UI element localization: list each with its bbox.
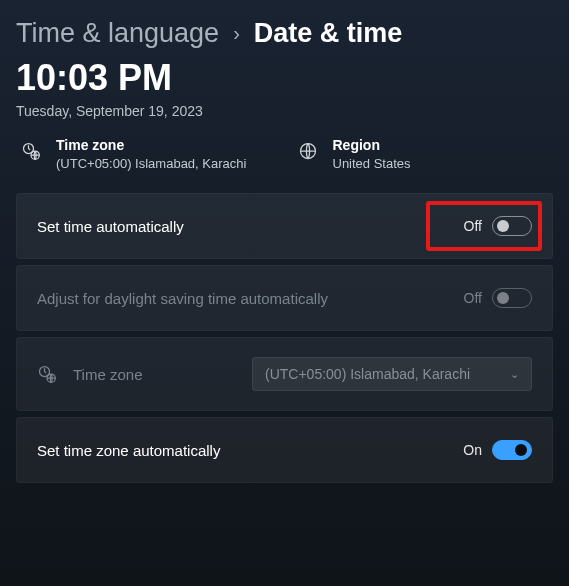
timezone-info: Time zone (UTC+05:00) Islamabad, Karachi xyxy=(20,137,277,171)
dropdown-value: (UTC+05:00) Islamabad, Karachi xyxy=(265,366,470,382)
toggle-state: On xyxy=(463,442,482,458)
setting-label: Adjust for daylight saving time automati… xyxy=(37,290,328,307)
timezone-label: Time zone xyxy=(56,137,246,153)
globe-clock-icon xyxy=(20,141,42,161)
setting-label: Time zone xyxy=(37,364,142,384)
toggle-state: Off xyxy=(464,218,482,234)
timezone-select-label: Time zone xyxy=(73,366,142,383)
chevron-right-icon: › xyxy=(233,22,240,45)
globe-clock-icon xyxy=(37,364,57,384)
setting-set-time-automatically[interactable]: Set time automatically Off xyxy=(16,193,553,259)
breadcrumb-current: Date & time xyxy=(254,18,403,49)
setting-label: Set time automatically xyxy=(37,218,184,235)
region-value: United States xyxy=(333,156,411,171)
toggle-set-tz-auto[interactable] xyxy=(492,440,532,460)
toggle-dst-auto xyxy=(492,288,532,308)
setting-label: Set time zone automatically xyxy=(37,442,220,459)
breadcrumb: Time & language › Date & time xyxy=(16,18,553,49)
toggle-state: Off xyxy=(464,290,482,306)
region-info: Region United States xyxy=(297,137,554,171)
setting-set-timezone-automatically[interactable]: Set time zone automatically On xyxy=(16,417,553,483)
timezone-dropdown: (UTC+05:00) Islamabad, Karachi ⌄ xyxy=(252,357,532,391)
setting-timezone-select: Time zone (UTC+05:00) Islamabad, Karachi… xyxy=(16,337,553,411)
breadcrumb-parent[interactable]: Time & language xyxy=(16,18,219,49)
info-row: Time zone (UTC+05:00) Islamabad, Karachi… xyxy=(16,137,553,171)
setting-dst-automatically: Adjust for daylight saving time automati… xyxy=(16,265,553,331)
timezone-value: (UTC+05:00) Islamabad, Karachi xyxy=(56,156,246,171)
chevron-down-icon: ⌄ xyxy=(510,368,519,381)
toggle-set-time-auto[interactable] xyxy=(492,216,532,236)
current-time: 10:03 PM xyxy=(16,57,553,99)
current-date: Tuesday, September 19, 2023 xyxy=(16,103,553,119)
region-label: Region xyxy=(333,137,411,153)
globe-icon xyxy=(297,141,319,161)
